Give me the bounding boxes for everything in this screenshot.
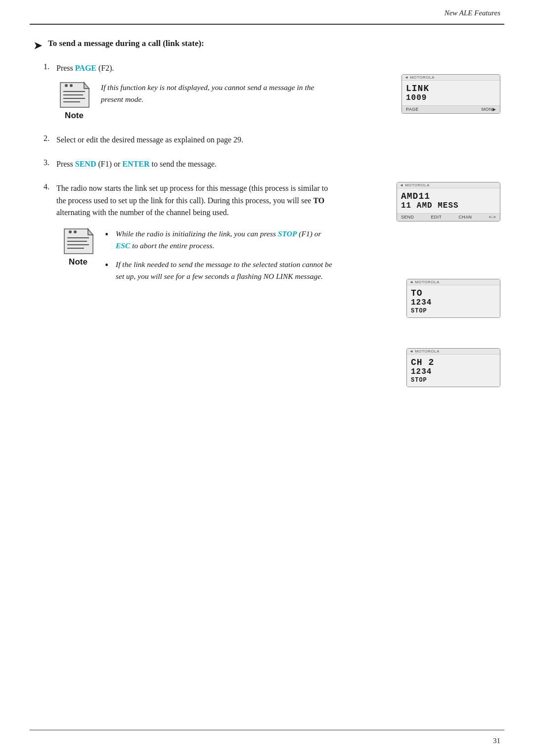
- step-4-number: 4.: [44, 182, 56, 289]
- note-label-4: Note: [69, 256, 88, 268]
- heading-text: To send a message during a call (link st…: [48, 39, 204, 48]
- step-3-send: SEND: [75, 160, 96, 168]
- step-3-press: Press: [56, 160, 75, 168]
- display-line3-3: STOP: [411, 308, 495, 314]
- step-1-text-f2: (F2).: [96, 64, 114, 72]
- display-header-4: ◄ MOTOROLA: [407, 349, 500, 355]
- step-3-number: 3.: [44, 158, 56, 171]
- section-heading: ➤ To send a message during a call (link …: [34, 39, 500, 51]
- svg-point-15: [74, 230, 77, 233]
- bullet-text-2: If the link needed to send the message t…: [116, 259, 333, 282]
- note-svg-1: Note: [56, 82, 92, 122]
- bullet-dot-1: •: [105, 228, 116, 241]
- note-image-4: [62, 228, 94, 255]
- display-line3-4: STOP: [411, 377, 495, 384]
- display-line1-1: LINK: [406, 84, 495, 93]
- display-line2-4: 1234: [411, 367, 495, 376]
- step-3: 3. Press SEND (F1) or ENTER to send the …: [34, 158, 500, 171]
- display-box-4: ◄ MOTOROLA CH 2 1234 STOP: [406, 348, 500, 387]
- note-icon-block-4: Note: [56, 228, 100, 268]
- display-softkeys-1: PAGE MON▶: [402, 105, 500, 113]
- step-3-content: Press SEND (F1) or ENTER to send the mes…: [56, 158, 333, 171]
- display-body-1: LINK 1009: [402, 81, 500, 105]
- step-2-text: Select or edit the desired message as ex…: [56, 135, 243, 144]
- step-3-enter: ENTER: [122, 160, 149, 168]
- display-header-1: ◄ MOTOROLA: [402, 75, 500, 81]
- note-box-1: Note If this function key is not display…: [56, 82, 333, 122]
- step-2-content: Select or edit the desired message as ex…: [56, 134, 333, 146]
- main-content: ➤ To send a message during a call (link …: [34, 34, 500, 721]
- bullet-1-stop: STOP: [278, 229, 297, 238]
- step-1-number: 1.: [44, 62, 56, 125]
- softkey-page: PAGE: [406, 107, 419, 112]
- bullet-item-1: • While the radio is initializing the li…: [105, 228, 333, 252]
- arrow-bullet: ➤: [34, 40, 42, 51]
- svg-marker-1: [84, 83, 89, 89]
- top-rule: [30, 24, 504, 25]
- bullet-1-text2: (F1) or: [297, 229, 321, 238]
- step-2: 2. Select or edit the desired message as…: [34, 134, 500, 146]
- note-body-1: If this function key is not displayed, y…: [101, 82, 333, 105]
- bullet-list-4: • While the radio is initializing the li…: [105, 228, 333, 289]
- note-image-1: [58, 82, 90, 108]
- display-box-1: ◄ MOTOROLA LINK 1009 PAGE MON▶: [401, 74, 500, 114]
- step-4-to: TO: [313, 196, 324, 205]
- page-number: 31: [493, 737, 500, 745]
- bullet-item-2: • If the link needed to send the message…: [105, 259, 333, 282]
- bullet-1-text3: to abort the entire process.: [130, 241, 214, 250]
- bullet-text-1: While the radio is initializing the link…: [116, 228, 333, 252]
- header-title: New ALE Features: [445, 9, 500, 17]
- step-1-page: PAGE: [75, 64, 96, 72]
- step-1-text-press: Press: [56, 64, 75, 72]
- display-body-4: CH 2 1234 STOP: [407, 355, 500, 387]
- step-1-content: Press PAGE (F2).: [56, 62, 333, 125]
- bullet-dot-2: •: [105, 259, 116, 271]
- note-label-1: Note: [65, 109, 84, 122]
- step-4-text2: alternating with the number of the chann…: [56, 208, 229, 217]
- display-line2-3: 1234: [411, 298, 495, 307]
- softkey-mon: MON▶: [482, 107, 496, 112]
- bullet-1-text1: While the radio is initializing the link…: [116, 229, 278, 238]
- display-body-3: TO 1234 STOP: [407, 285, 500, 317]
- note-icon-1: Note: [56, 82, 92, 122]
- svg-marker-9: [88, 229, 93, 235]
- step-2-number: 2.: [44, 134, 56, 146]
- note-bullets-4: Note • While the radio is initializing t…: [56, 228, 333, 289]
- display-line1-3: TO: [411, 288, 495, 298]
- display-header-3: ◄ MOTOROLA: [407, 279, 500, 285]
- step-4: 4. The radio now starts the link set up …: [34, 182, 500, 289]
- step-3-end: to send the message.: [149, 160, 217, 168]
- svg-point-14: [69, 230, 72, 233]
- svg-point-6: [65, 84, 68, 87]
- step-4-text1: The radio now starts the link set up pro…: [56, 184, 328, 205]
- page-header: New ALE Features: [445, 9, 500, 17]
- display-line1-4: CH 2: [411, 357, 495, 367]
- bullet-1-esc: ESC: [116, 241, 130, 250]
- display-line2-1: 1009: [406, 93, 495, 102]
- svg-point-7: [70, 84, 73, 87]
- bottom-rule: [30, 730, 504, 731]
- display-box-3: ◄ MOTOROLA TO 1234 STOP: [406, 279, 500, 318]
- step-3-or: (F1) or: [96, 160, 122, 168]
- step-4-content: The radio now starts the link set up pro…: [56, 182, 333, 289]
